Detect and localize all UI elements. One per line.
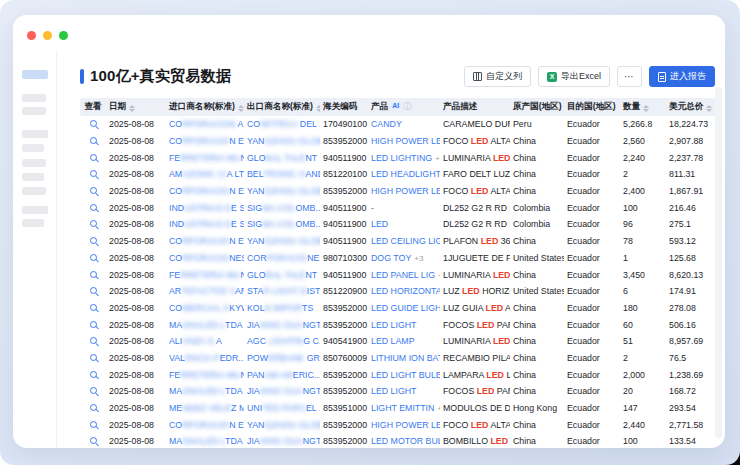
column-header-date[interactable]: 日期 — [106, 98, 166, 116]
cell-exporter[interactable]: YANGZHOU GLOBAL LI... — [244, 133, 320, 150]
cell-product[interactable]: LED LIGHT BULB — [368, 366, 440, 383]
sidebar-item-5[interactable] — [22, 144, 44, 152]
more-products-badge[interactable]: +3 — [414, 254, 423, 263]
product-link[interactable]: LITHIUM ION BATTE — [371, 353, 440, 363]
sidebar-item-9[interactable] — [22, 206, 48, 214]
sidebar-item-1[interactable] — [22, 70, 48, 79]
column-header-origin[interactable]: 原产国(地区) — [510, 98, 564, 116]
sort-icon[interactable] — [706, 105, 712, 112]
column-header-hs_code[interactable]: 海关编码 — [320, 98, 368, 116]
export-excel-button[interactable]: 导出Excel — [538, 66, 610, 87]
sidebar-item-7[interactable] — [22, 173, 44, 181]
sort-icon[interactable] — [316, 105, 320, 112]
cell-importer[interactable]: CORPORACION E... — [166, 133, 244, 150]
product-link[interactable]: LED LIGHTING — [371, 153, 432, 163]
cell-importer[interactable]: INDUSTRIAS DE SIS... — [166, 199, 244, 216]
cell-importer[interactable]: CORPORACIONES... — [166, 250, 244, 267]
view-detail-button[interactable] — [90, 353, 97, 363]
view-detail-button[interactable] — [90, 169, 97, 179]
cell-product[interactable]: HIGH POWER LED F — [368, 133, 440, 150]
more-actions-button[interactable]: ⋯ — [617, 66, 642, 87]
column-header-description[interactable]: 产品描述 — [440, 98, 510, 116]
sidebar-item-6[interactable] — [22, 159, 46, 167]
view-detail-button[interactable] — [90, 136, 97, 146]
cell-exporter[interactable]: JIAXING GUANGT... — [244, 316, 320, 333]
cell-product[interactable]: LED HEADLIGHT — [368, 166, 440, 183]
cell-product[interactable]: HIGH POWER LED F — [368, 416, 440, 433]
product-link[interactable]: HIGH POWER LED F — [371, 420, 440, 430]
cell-importer[interactable]: INDUSTRIAS DE SIS... — [166, 216, 244, 233]
view-detail-button[interactable] — [90, 203, 97, 213]
cell-product[interactable]: LED PANEL LIG+1 — [368, 266, 440, 283]
cell-importer[interactable]: FERRETERIA MUNA ... — [166, 149, 244, 166]
product-link[interactable]: LED HEADLIGHT — [371, 169, 440, 179]
cell-product[interactable]: LED CEILING LIGHT — [368, 233, 440, 250]
cell-product[interactable]: LED LIGHT — [368, 316, 440, 333]
cell-importer[interactable]: ARTEFACTOS VARA... — [166, 283, 244, 300]
cell-exporter[interactable]: GLOBAL TALENT ... — [244, 266, 320, 283]
cell-exporter[interactable]: JIAXING GUANGT... — [244, 433, 320, 448]
view-detail-button[interactable] — [90, 336, 97, 346]
cell-product[interactable]: LED HORIZONTAL L — [368, 283, 440, 300]
cell-exporter[interactable]: YANGZHOU GLOBAL LI... — [244, 183, 320, 200]
view-detail-button[interactable] — [90, 186, 97, 196]
product-link[interactable]: LED PANEL LIG — [371, 270, 435, 280]
cell-importer[interactable]: FERRETERIA MUNA ... — [166, 366, 244, 383]
cell-importer[interactable]: CORPORACION A — [166, 116, 244, 133]
product-link[interactable]: LED GUIDE LIGHT T — [371, 303, 440, 313]
cell-product[interactable]: LED LIGHT — [368, 383, 440, 400]
enter-report-button[interactable]: 进入报告 — [649, 66, 715, 87]
view-detail-button[interactable] — [90, 386, 97, 396]
sort-icon[interactable] — [643, 105, 649, 112]
view-detail-button[interactable] — [90, 303, 97, 313]
cell-exporter[interactable]: JIAXING GUANGT... — [244, 383, 320, 400]
customize-columns-button[interactable]: 自定义列 — [464, 66, 531, 87]
sidebar-item-3[interactable] — [22, 107, 46, 115]
cell-product[interactable]: LITHIUM ION BATTE — [368, 350, 440, 367]
cell-exporter[interactable]: GLOBAL TALENT ... — [244, 149, 320, 166]
column-header-quantity[interactable]: 数量 — [620, 98, 666, 116]
sort-icon[interactable] — [238, 105, 244, 112]
vertical-scrollbar[interactable] — [715, 87, 722, 438]
product-link[interactable]: DOG TOY — [371, 253, 411, 263]
cell-product[interactable]: DOG TOY+3 — [368, 250, 440, 267]
product-link[interactable]: CANDY — [371, 119, 402, 129]
column-header-importer[interactable]: 进口商名称(标准) — [166, 98, 244, 116]
minimize-icon[interactable] — [43, 31, 52, 40]
sidebar-item-2[interactable] — [22, 94, 46, 102]
cell-exporter[interactable]: POWERBANK GR... — [244, 350, 320, 367]
product-link[interactable]: LED HORIZONTAL L — [371, 286, 440, 296]
product-link[interactable]: LED LIGHT — [371, 386, 416, 396]
cell-product[interactable]: LED GUIDE LIGHT T — [368, 300, 440, 317]
view-detail-button[interactable] — [90, 270, 97, 280]
sidebar-item-10[interactable] — [22, 219, 44, 227]
more-products-badge[interactable]: +1 — [437, 404, 440, 413]
cell-exporter[interactable]: KOLN IMPORTS — [244, 300, 320, 317]
more-products-badge[interactable]: +1 — [438, 271, 440, 280]
product-link[interactable]: LED MOTOR BULB — [371, 436, 440, 446]
cell-importer[interactable]: MENDEZ VELEZ M... — [166, 400, 244, 417]
info-icon[interactable]: ⓘ — [403, 101, 412, 111]
product-link[interactable]: LED LIGHT — [371, 320, 416, 330]
cell-importer[interactable]: CORPORACION E... — [166, 233, 244, 250]
product-link[interactable]: HIGH POWER LED F — [371, 186, 440, 196]
cell-importer[interactable]: FERRETERIA MUNA ... — [166, 266, 244, 283]
cell-importer[interactable]: COMERCIAL SKYWI... — [166, 300, 244, 317]
cell-exporter[interactable]: CONFITECA DEL ... — [244, 116, 320, 133]
product-link[interactable]: LED — [371, 219, 388, 229]
column-header-destination[interactable]: 目的国(地区) — [564, 98, 620, 116]
column-header-product[interactable]: 产品AIⓘ — [368, 98, 440, 116]
cell-product[interactable]: LED MOTOR BULB — [368, 433, 440, 448]
cell-exporter[interactable]: PANAM AMERIC... — [244, 366, 320, 383]
zoom-icon[interactable] — [59, 31, 68, 40]
view-detail-button[interactable] — [90, 236, 97, 246]
cell-product[interactable]: LIGHT EMITTIN+1 — [368, 400, 440, 417]
close-icon[interactable] — [27, 31, 36, 40]
cell-exporter[interactable]: YANGZHOU GLOBAL LI... — [244, 416, 320, 433]
cell-exporter[interactable]: SIGMA COLOMB... — [244, 216, 320, 233]
cell-importer[interactable]: VALENCIA PEDR... — [166, 350, 244, 367]
view-detail-button[interactable] — [90, 370, 97, 380]
product-link[interactable]: LED LIGHT BULB — [371, 370, 440, 380]
view-detail-button[interactable] — [90, 420, 97, 430]
product-link[interactable]: HIGH POWER LED F — [371, 136, 440, 146]
